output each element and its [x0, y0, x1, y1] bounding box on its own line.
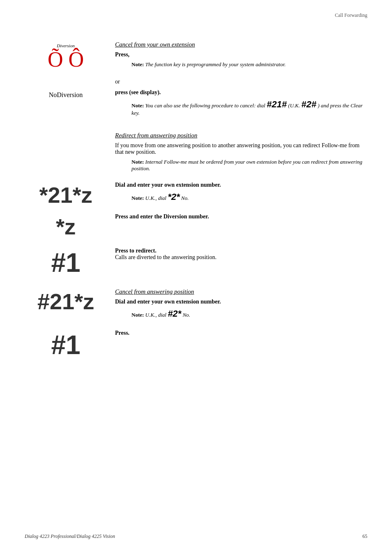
footer: Dialog 4223 Professional/Dialog 4225 Vis… — [25, 533, 367, 540]
redirect-note: Note: Internal Follow-me must be ordered… — [131, 159, 367, 172]
hash2star-inline: #2* — [168, 308, 181, 319]
diversion-icon-col: Diversion Õ Ô — [25, 41, 107, 70]
page-header-label: Call Forwarding — [335, 12, 367, 19]
redirect-note-italic: Internal Follow-me must be ordered from … — [131, 159, 362, 171]
or-text: or — [115, 79, 367, 85]
note2-bold: Note: — [131, 102, 144, 109]
hash21z-col: #21*z — [25, 288, 107, 313]
hash1-cancel-row: #1 Press. — [25, 330, 367, 358]
starz-symbol: *z — [56, 215, 76, 238]
star21z-col: *21*z — [25, 182, 107, 206]
redirect-body: If you move from one answering position … — [115, 142, 367, 155]
nodiversion-col: NoDiversion — [25, 89, 107, 99]
cancel-answering-note: Note: U.K., dial #2* No. — [131, 308, 367, 319]
section-cancel-own: Diversion Õ Ô Cancel from your own exten… — [25, 41, 367, 120]
star2-note-bold: Note: — [131, 195, 144, 201]
redirect-title-row: Redirect from answering position If you … — [115, 132, 367, 172]
footer-title: Dialog 4223 Professional/Dialog 4225 Vis… — [25, 533, 115, 540]
section-redirect: Redirect from answering position If you … — [25, 132, 367, 276]
note1-bold: Note: — [131, 61, 144, 67]
or-row: or — [107, 79, 367, 85]
diversion-icon: Õ Ô — [48, 49, 84, 70]
nodiversion-row: NoDiversion press (see display). Note: Y… — [25, 89, 367, 120]
note2: Note: You can also use the following pro… — [131, 99, 367, 116]
press-cancel: Press. — [115, 330, 367, 336]
nodiversion-label: NoDiversion — [49, 91, 83, 99]
hash1-redirect-row: #1 Press to redirect. Calls are diverted… — [25, 248, 367, 276]
hash21z-content: Cancel from answering position Dial and … — [107, 288, 367, 322]
hash21hash-inline: #21# — [267, 99, 287, 109]
footer-page: 65 — [362, 533, 367, 540]
starz-row: *z Press and enter the Diversion number. — [25, 213, 367, 238]
cancel-own-title: Cancel from your own extension — [115, 41, 367, 48]
star2-note-text: U.K., dial *2* No. — [145, 195, 189, 201]
diversion-container: Diversion Õ Ô — [48, 43, 84, 70]
starz-content: Press and enter the Diversion number. — [107, 213, 367, 220]
star21z-content: Dial and enter your own extension number… — [107, 182, 367, 206]
main-content: Diversion Õ Ô Cancel from your own exten… — [25, 41, 367, 358]
dial-instruction: Dial and enter your own extension number… — [115, 182, 367, 188]
hash2hash-inline: #2# — [301, 99, 316, 109]
note2-text: You can also use the following procedure… — [131, 102, 363, 116]
note1: Note: The function key is preprogrammed … — [131, 61, 367, 68]
press-diversion: Press and enter the Diversion number. — [115, 213, 367, 220]
hash1-redirect-col: #1 — [25, 248, 107, 276]
star2star-inline: *2* — [168, 192, 180, 202]
hash21z-row: #21*z Cancel from answering position Dia… — [25, 288, 367, 322]
cancel-answering-dial: Dial and enter your own extension number… — [115, 299, 367, 305]
cancel-answering-note-bold: Note: — [131, 312, 144, 318]
press-display: press (see display). — [115, 89, 367, 96]
note1-text: The function key is preprogrammed by you… — [145, 61, 286, 67]
star21z-symbol: *21*z — [39, 184, 92, 206]
hash21z-symbol: #21*z — [37, 290, 94, 313]
hash1-cancel-content: Press. — [107, 330, 367, 336]
cancel-own-row: Diversion Õ Ô Cancel from your own exten… — [25, 41, 367, 71]
hash1-redirect-content: Press to redirect. Calls are diverted to… — [107, 248, 367, 261]
star21z-row: *21*z Dial and enter your own extension … — [25, 182, 367, 206]
redirect-note-bold: Note: — [131, 159, 144, 165]
calls-diverted: Calls are diverted to the answering posi… — [115, 254, 367, 261]
press-redirect: Press to redirect. — [115, 248, 367, 254]
section-cancel-answering: #21*z Cancel from answering position Dia… — [25, 288, 367, 358]
redirect-title: Redirect from answering position — [115, 132, 367, 139]
cancel-own-content: Cancel from your own extension Press, No… — [107, 41, 367, 71]
page: Call Forwarding Diversion Õ Ô Cancel fro… — [0, 0, 392, 556]
hash1-redirect-symbol: #1 — [51, 250, 80, 276]
press-label: Press, — [115, 51, 367, 58]
cancel-answering-title: Cancel from answering position — [115, 288, 367, 295]
star2-note: Note: U.K., dial *2* No. — [131, 192, 367, 202]
cancel-answering-note-text: U.K., dial #2* No. — [145, 312, 190, 318]
hash1-cancel-symbol: #1 — [51, 332, 80, 358]
hash1-cancel-col: #1 — [25, 330, 107, 358]
starz-col: *z — [25, 213, 107, 238]
nodiversion-content: press (see display). Note: You can also … — [107, 89, 367, 120]
